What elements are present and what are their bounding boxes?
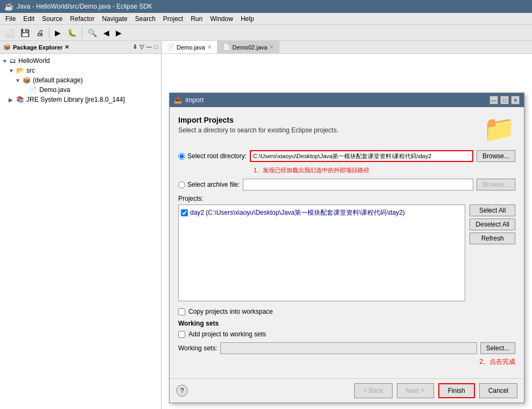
dialog-max-btn[interactable]: □ — [500, 96, 509, 104]
hint-text: 1、发现已经加载出我们选中的外部项目路径 — [254, 166, 515, 174]
main-layout: 📦 Package Explorer ✕ ⬇ ▽ — □ ▼ 🗂 HelloWo… — [0, 41, 532, 409]
tree-arrow: ▼ — [15, 77, 20, 83]
tree-item-jre[interactable]: ▶ 📚 JRE System Library [jre1.8.0_144] — [2, 95, 159, 104]
menu-file[interactable]: File — [2, 14, 19, 23]
panel-header: 📦 Package Explorer ✕ ⬇ ▽ — □ — [0, 41, 161, 54]
panel-collapse-btn[interactable]: ⬇ — [132, 44, 137, 51]
editor-tabs: 📄 Demo.java ✕ 📄 Demo02.java ✕ — [162, 41, 532, 54]
working-sets-section: Working sets Add project to working sets… — [178, 320, 515, 354]
panel-menu-btn[interactable]: ▽ — [139, 44, 144, 51]
toolbar-forward[interactable]: ▶ — [113, 27, 124, 39]
tree-arrow — [22, 87, 27, 93]
tab-icon: 📄 — [167, 44, 174, 51]
folder-large-icon: 📁 — [483, 114, 515, 144]
help-btn[interactable]: ? — [176, 385, 188, 397]
select-archive-label: Select archive file: — [187, 181, 240, 188]
package-explorer-panel: 📦 Package Explorer ✕ ⬇ ▽ — □ ▼ 🗂 HelloWo… — [0, 41, 162, 409]
panel-max-btn[interactable]: □ — [154, 44, 158, 51]
add-working-sets-checkbox[interactable] — [178, 331, 185, 338]
project-icon: 🗂 — [10, 57, 16, 65]
menu-run[interactable]: Run — [187, 14, 206, 23]
package-explorer-icon: 📦 — [3, 44, 11, 51]
tab-close-icon[interactable]: ✕ — [269, 44, 274, 50]
back-btn: < Back — [354, 383, 393, 398]
dialog-header-text: Import Projects Select a directory to se… — [178, 116, 338, 134]
tree-item-demo-java[interactable]: 📄 Demo.java — [2, 85, 159, 95]
dialog-title-section: 📥 Import — [174, 96, 204, 104]
copy-projects-checkbox[interactable] — [178, 308, 185, 315]
menu-search[interactable]: Search — [132, 14, 159, 23]
panel-min-btn[interactable]: — — [146, 44, 152, 51]
tree-item-src[interactable]: ▼ 📂 src — [2, 66, 159, 75]
tab-demo-java[interactable]: 📄 Demo.java ✕ — [162, 41, 218, 53]
dialog-close-btn[interactable]: ✕ — [511, 96, 520, 104]
menu-source[interactable]: Source — [39, 14, 66, 23]
dialog-buttons: ? < Back Next > Finish Cancel — [170, 378, 524, 403]
toolbar-print[interactable]: 🖨 — [33, 27, 46, 39]
menu-help[interactable]: Help — [237, 14, 257, 23]
menu-window[interactable]: Window — [207, 14, 236, 23]
add-working-sets-label: Add project to working sets — [188, 330, 266, 338]
menu-navigate[interactable]: Navigate — [99, 14, 130, 23]
add-working-sets-row[interactable]: Add project to working sets — [178, 330, 515, 338]
tree-label: (default package) — [33, 76, 83, 84]
tab-close-icon[interactable]: ✕ — [207, 44, 212, 50]
finish-btn[interactable]: Finish — [438, 383, 475, 398]
toolbar-run[interactable]: ▶ — [52, 27, 64, 39]
next-btn: Next > — [397, 383, 434, 398]
working-sets-row: Working sets: Select... — [178, 342, 515, 354]
projects-label: Projects: — [178, 195, 515, 202]
dialog-min-btn[interactable]: — — [489, 96, 498, 104]
cancel-btn[interactable]: Cancel — [479, 383, 517, 398]
menu-edit[interactable]: Edit — [20, 14, 38, 23]
menu-refactor[interactable]: Refactor — [67, 14, 97, 23]
select-working-sets-btn[interactable]: Select... — [480, 342, 515, 354]
menu-project[interactable]: Project — [160, 14, 186, 23]
tree-item-default-package[interactable]: ▼ 📦 (default package) — [2, 75, 159, 85]
working-sets-field-label: Working sets: — [178, 344, 217, 352]
panel-title: Package Explorer — [13, 44, 62, 51]
tree-arrow: ▼ — [9, 68, 14, 74]
projects-buttons: Select All Deselect All Refresh — [470, 204, 515, 301]
package-icon: 📦 — [23, 76, 31, 84]
browse-root-btn[interactable]: Browse... — [477, 150, 515, 162]
toolbar-new[interactable]: ⬜ — [2, 27, 17, 39]
working-sets-input — [220, 342, 477, 354]
select-archive-row: Select archive file: Browse... — [178, 179, 515, 191]
select-archive-radio[interactable] — [178, 181, 185, 188]
toolbar-sep1 — [49, 27, 50, 38]
refresh-btn[interactable]: Refresh — [470, 232, 515, 244]
archive-file-input[interactable] — [243, 179, 473, 191]
toolbar-save[interactable]: 💾 — [18, 27, 32, 39]
select-root-row: Select root directory: Browse... — [178, 150, 515, 162]
select-root-radio-label[interactable]: Select root directory: — [178, 152, 247, 160]
dialog-content: Import Projects Select a directory to se… — [170, 107, 524, 378]
copy-projects-row[interactable]: Copy projects into workspace — [178, 308, 515, 315]
panel-close-icon: ✕ — [65, 44, 69, 50]
dialog-header-desc: Select a directory to search for existin… — [178, 126, 338, 134]
project-item[interactable]: day2 (C:\Users\xiaoyu\Desktop\Java第一模块配套… — [181, 207, 463, 218]
deselect-all-btn[interactable]: Deselect All — [470, 218, 515, 230]
root-directory-input[interactable] — [250, 150, 473, 162]
project-checkbox[interactable] — [181, 209, 188, 216]
projects-list[interactable]: day2 (C:\Users\xiaoyu\Desktop\Java第一模块配套… — [178, 204, 465, 301]
working-sets-title: Working sets — [178, 320, 515, 327]
select-all-btn[interactable]: Select All — [470, 204, 515, 216]
toolbar-search[interactable]: 🔍 — [85, 27, 100, 39]
dialog-controls: — □ ✕ — [489, 96, 520, 104]
tree-arrow: ▶ — [9, 97, 14, 103]
tree-content: ▼ 🗂 HelloWorld ▼ 📂 src ▼ 📦 (default pack… — [0, 54, 161, 409]
project-item-text: day2 (C:\Users\xiaoyu\Desktop\Java第一模块配套… — [190, 208, 405, 217]
tree-label: HelloWorld — [18, 57, 50, 65]
dialog-header-icon: 📁 — [483, 116, 515, 143]
toolbar-debug[interactable]: 🐛 — [65, 27, 79, 39]
tab-demo02-java[interactable]: 📄 Demo02.java ✕ — [218, 41, 280, 53]
select-root-radio[interactable] — [178, 153, 185, 160]
toolbar-back[interactable]: ◀ — [101, 27, 112, 39]
tree-item-helloworld[interactable]: ▼ 🗂 HelloWorld — [2, 56, 159, 66]
dialog-title: Import — [185, 96, 204, 104]
select-archive-radio-label[interactable]: Select archive file: — [178, 181, 240, 188]
dialog-overlay: 📥 Import — □ ✕ Import Projects Select a … — [162, 82, 532, 409]
browse-archive-btn: Browse... — [477, 179, 515, 191]
dialog-header-title: Import Projects — [178, 116, 338, 124]
